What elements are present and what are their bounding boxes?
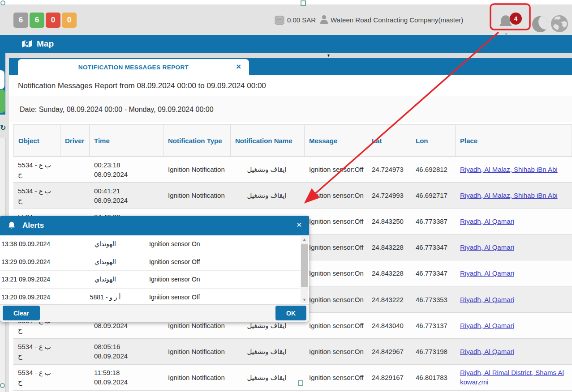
place-link[interactable]: Riyadh, Al Qamari [460, 243, 570, 252]
object-line1: 5534 - ب ع [18, 160, 59, 170]
cell-message: Ignition sensor:Off [305, 313, 367, 338]
place-link[interactable]: Riyadh, Al Malaz, Shihab iBn Abi [460, 165, 570, 174]
status-counter-gray[interactable]: 6 [13, 13, 28, 28]
cell-type: Ignition Notification [163, 339, 231, 364]
cell-message: Ignition sensor:Off [305, 209, 367, 234]
col-header-time: Time [90, 125, 163, 156]
cell-message: Ignition sensor:Off [305, 157, 367, 182]
alert-item[interactable]: 13:38 09.09.2024 الهونداي Ignition senso… [0, 235, 309, 253]
ok-button[interactable]: OK [275, 306, 306, 320]
cell-lat: 24.724973 [367, 157, 411, 182]
cell-lat: 24.829167 [367, 365, 411, 390]
col-header-message: Message [305, 125, 367, 156]
cell-lat: 24.843228 [367, 260, 411, 286]
map-title: Map [37, 39, 54, 49]
place-link[interactable]: Riyadh, Al Rimal District, Shams Al kowa… [460, 368, 570, 387]
col-header-lat: Lat [367, 125, 411, 156]
alerts-footer: Clear OK [0, 304, 309, 322]
sidebar-item-partial-white[interactable] [0, 70, 4, 89]
alerts-title: Alerts [22, 221, 44, 230]
cell-lat: 24.843250 [367, 209, 411, 234]
cell-lon: 46.773387 [411, 209, 456, 234]
cell-driver [60, 339, 90, 364]
tab-notification-messages-report[interactable]: NOTIFICATION MESSAGES REPORT × [18, 59, 249, 75]
time-line2: 08.09.2024 [94, 196, 162, 205]
cell-lon: 46.773353 [411, 286, 456, 312]
balance-text: 0.00 SAR [287, 16, 316, 24]
scroll-up-icon[interactable]: ▲ [301, 236, 308, 243]
alert-object: الهونداي [65, 240, 146, 247]
alert-time: 13:38 09.09.2024 [0, 240, 65, 247]
alerts-popup: Alerts × 13:38 09.09.2024 الهونداي Ignit… [0, 216, 309, 321]
alert-item[interactable]: 13:29 09.09.2024 الهونداي Ignition senso… [0, 253, 309, 271]
refresh-swirl-icon[interactable]: ↻ [0, 124, 7, 133]
report-title: Notification Messages Report from 08.09.… [18, 81, 266, 90]
place-link[interactable]: Riyadh, Al Qamari [460, 268, 570, 278]
annotation-dot [0, 0, 5, 5]
cell-type: Ignition Notification [163, 183, 231, 208]
col-header-object: Object [13, 125, 60, 156]
cell-lon: 46.773347 [411, 234, 456, 260]
cell-message: Ignition sensor:Off [305, 234, 367, 260]
cell-driver [60, 183, 90, 208]
time-line2: 08.09.2024 [94, 170, 162, 179]
cell-lon: 46.773137 [411, 313, 456, 338]
cell-driver [60, 157, 90, 182]
collapse-gap-bar [5, 53, 572, 58]
user-icon [320, 15, 329, 24]
time-line2: 08.09.2024 [94, 321, 162, 330]
place-link[interactable]: Riyadh, Al Qamari [460, 321, 570, 330]
alert-time: 13:21 09.09.2024 [0, 276, 65, 283]
status-counter-red[interactable]: 0 [46, 13, 60, 28]
status-counter-orange[interactable]: 0 [62, 13, 77, 28]
table-row: 5534 - ب عح 08:05:1608.09.2024 Ignition … [13, 338, 572, 364]
cell-type: Ignition Notification [163, 157, 231, 182]
col-header-notification-name: Notification Name [231, 125, 305, 156]
scroll-down-icon[interactable]: ▼ [301, 297, 308, 303]
table-row: 5534 - ب عح 00:41:2108.09.2024 Ignition … [13, 182, 572, 208]
alerts-list: 13:38 09.09.2024 الهونداي Ignition senso… [0, 235, 309, 304]
bell-badge: 4 [510, 13, 522, 25]
company-name[interactable]: Wateen Road Contracting Company(master) [331, 16, 463, 24]
alert-item[interactable]: 13:21 09.09.2024 الهونداي Ignition senso… [0, 271, 309, 289]
alert-message: Ignition sensor On [146, 240, 309, 247]
topbar: 6 6 0 0 0.00 SAR Wateen Road Contracting… [0, 4, 572, 35]
table-row: 5534 - ب عح 00:23:1808.09.2024 Ignition … [13, 156, 572, 182]
alert-time: 13:29 09.09.2024 [0, 258, 65, 265]
dark-mode-moon-button[interactable] [532, 16, 548, 32]
window-top-strip [0, 0, 572, 4]
place-link[interactable]: Riyadh, Al Malaz, Shihab iBn Abi [460, 191, 570, 200]
time-line2: 08.09.2024 [94, 377, 162, 387]
alerts-close-icon[interactable]: × [297, 219, 302, 230]
time-line1: 11:59:18 [94, 368, 162, 377]
alerts-popup-header: Alerts × [0, 216, 309, 235]
cell-lon: 46.773198 [411, 339, 456, 364]
place-link[interactable]: Riyadh, Al Qamari [460, 217, 570, 226]
alerts-scrollbar[interactable]: ▲ ▼ [301, 236, 308, 303]
notifications-bell-button[interactable]: ▼ 4 [497, 13, 522, 35]
cell-lon: 46.801783 [411, 365, 456, 390]
clear-button[interactable]: Clear [3, 306, 40, 320]
cell-name: ايقاف وتشغيل [231, 157, 305, 182]
alert-item[interactable]: 13:20 09.09.2024 5881 - أ ر و Ignition s… [0, 289, 309, 306]
object-line2: ح [18, 351, 59, 361]
sidebar-item-partial-green[interactable] [0, 89, 5, 113]
object-line1: 5534 - ب ع [18, 186, 59, 196]
cell-message: Ignition sensor:On [305, 286, 367, 312]
cell-lon: 46.773347 [411, 260, 456, 286]
scrollbar-thumb[interactable] [301, 244, 308, 287]
table-header-row: Object Driver Time Notification Type Not… [13, 124, 572, 156]
place-link[interactable]: Riyadh, Al Qamari [460, 295, 570, 304]
place-link[interactable]: Riyadh, Al Qamari [460, 347, 570, 356]
language-globe-button[interactable] [550, 14, 569, 33]
collapse-caret-icon[interactable]: ▼ [327, 53, 331, 58]
report-date-text: Date: Sunday, 08.09.2024 00:00 - Monday,… [20, 106, 214, 114]
col-header-notification-type: Notification Type [163, 125, 231, 156]
tab-close-icon[interactable]: × [236, 62, 241, 72]
status-counter-green[interactable]: 6 [30, 13, 44, 28]
cell-type: Ignition Notification [163, 365, 231, 390]
object-line2: ح [18, 377, 59, 387]
cell-message: Ignition sensor:On [305, 339, 367, 364]
object-line2: ح [18, 170, 59, 179]
alert-object: 5881 - أ ر و [65, 294, 146, 301]
